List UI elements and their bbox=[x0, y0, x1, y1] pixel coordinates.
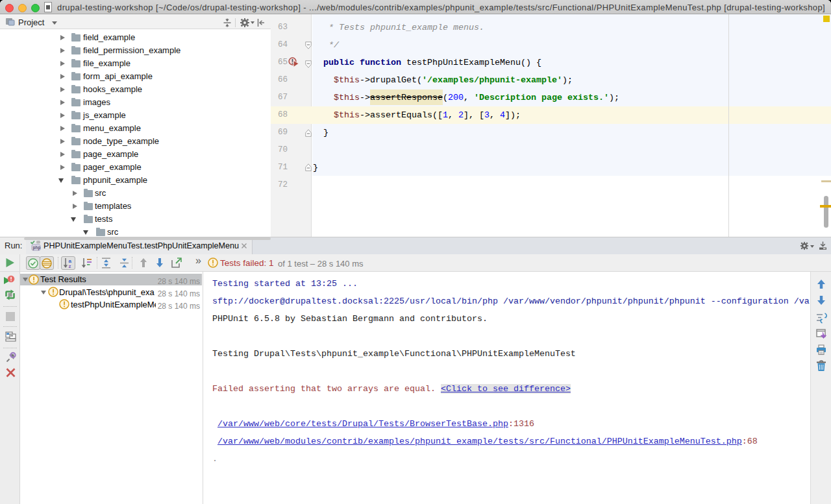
svg-text:php: php bbox=[33, 245, 41, 250]
svg-text:z: z bbox=[69, 263, 71, 269]
